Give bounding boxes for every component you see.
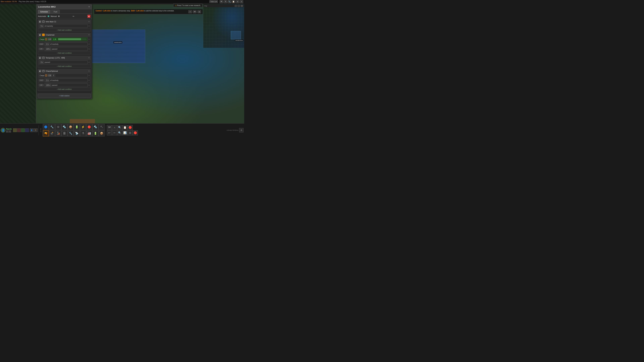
tab-schedule[interactable]: Schedule xyxy=(38,10,50,13)
hotbar-2-7[interactable]: ⚡ xyxy=(80,124,86,130)
hotbar-2-6[interactable]: 🔋 xyxy=(74,124,80,130)
condition-row-2-cargo: Cargo ≥ ▾ 1.2k × xyxy=(38,37,90,41)
map2-icon-btn[interactable]: 🗺 xyxy=(193,10,196,13)
tech-icon-btn[interactable]: ⚗ xyxy=(224,0,227,3)
station-close-btn-4[interactable]: × xyxy=(88,70,90,72)
hotbar-1-8[interactable]: 8🏭 xyxy=(86,130,92,136)
location-label: zaratoostra xyxy=(113,41,122,43)
condition-close-4-inact[interactable]: × xyxy=(88,79,90,81)
condition-close-4-passed[interactable]: × xyxy=(88,84,90,86)
station-header-crazieman: ▶ C Crazieman × xyxy=(38,33,90,37)
map-zoom-out-btn[interactable]: - xyxy=(238,5,240,7)
condition-or-tag-2: OR xyxy=(39,48,44,50)
station-close-btn-3[interactable]: × xyxy=(88,57,90,59)
hotbar-1-10[interactable]: 0📦 xyxy=(98,130,105,136)
settings-icon-btn[interactable]: ⚙ xyxy=(236,0,239,3)
nav-fwd-btn[interactable]: → xyxy=(9,130,11,133)
condition-box-2-inact: 2 s of inactivity xyxy=(44,42,88,46)
char-icon-btn[interactable]: 👤 xyxy=(30,128,34,132)
ammo-icon-btn[interactable] xyxy=(17,128,21,132)
blueprint-icon-btn[interactable]: 📋 xyxy=(232,0,235,3)
station-close-btn-1[interactable]: × xyxy=(88,20,90,23)
station-name-3: Temporary: [-273, -409] xyxy=(46,57,88,59)
hotbar-1-1[interactable]: 1🔫 xyxy=(43,130,49,136)
add-wait-btn-3[interactable]: + Add wait condition xyxy=(38,64,90,68)
mode-auto-radio[interactable] xyxy=(48,15,49,17)
map-zoom-in-btn[interactable]: + xyxy=(234,5,237,7)
hotbar-1-9[interactable]: 9🔋 xyxy=(92,130,98,136)
tab-fuel[interactable]: Fuel xyxy=(51,10,60,13)
hotbar-2-4[interactable]: 🔩 xyxy=(62,124,68,130)
hotbar-1-4[interactable]: 4🛤 xyxy=(62,130,68,136)
action-5[interactable]: 🔴 xyxy=(128,125,133,130)
map-icon-btn[interactable]: 🗺 xyxy=(220,0,223,3)
cargo-op-2[interactable]: ≥ ▾ xyxy=(48,38,51,40)
stop-train-btn[interactable]: ■ xyxy=(88,15,90,18)
action-9[interactable]: 📊 xyxy=(122,130,128,135)
condition-close-2-inact[interactable]: × xyxy=(88,43,90,45)
armor-icon-btn[interactable] xyxy=(21,128,25,132)
run-icon-btn[interactable]: 🏃 xyxy=(34,128,38,132)
hotbar-1-2[interactable]: 2💣 xyxy=(49,130,55,136)
action-2[interactable]: ⚔ xyxy=(112,125,117,130)
condition-row-4-passed: OR 120 s passed × xyxy=(38,83,90,87)
hotbar-2-1[interactable]: 🔵 xyxy=(43,124,49,130)
station-close-btn-2[interactable]: × xyxy=(88,34,90,36)
info-shift: Shift xyxy=(131,10,135,12)
station-expand-btn-1[interactable]: ▶ xyxy=(39,20,41,23)
cargo-op-4[interactable]: = ▾ xyxy=(48,74,52,77)
map-settings-btn[interactable]: ⚙ xyxy=(241,5,243,7)
mode-manual-radio[interactable] xyxy=(58,15,60,17)
condition-text-2-passed: passed xyxy=(52,48,57,50)
add-wait-btn-4[interactable]: + Add wait condition xyxy=(38,87,90,91)
add-station-btn[interactable]: + Add station xyxy=(38,94,91,98)
action-11[interactable]: 🔴 xyxy=(133,130,138,135)
hotbar-2-3[interactable]: ⚙ xyxy=(55,124,61,130)
action-3[interactable]: 🔍 xyxy=(117,125,122,130)
hotbar-1-3[interactable]: 3🚂 xyxy=(55,130,61,136)
condition-text-4-inact: of inactivity xyxy=(50,79,58,81)
pencil-icon-btn[interactable]: ✏ xyxy=(188,10,192,13)
hotbar-1-5[interactable]: 5🔧 xyxy=(68,130,74,136)
action-6[interactable]: ↩ xyxy=(107,130,112,135)
action-4[interactable]: 📋 xyxy=(122,125,128,130)
hotbar-1-7[interactable]: 7⚗ xyxy=(80,130,86,136)
station-crazieman: ▶ C Crazieman × Cargo ≥ ▾ 1.2k × AND xyxy=(38,33,91,55)
hotbar-2-8[interactable]: 🔴 xyxy=(86,124,92,130)
condition-close-2-cargo[interactable]: × xyxy=(88,38,90,40)
hotbar-2-9[interactable]: 🔩 xyxy=(92,124,98,130)
hotbar-1-6[interactable]: 6📡 xyxy=(74,130,80,136)
action-7[interactable]: ✂ xyxy=(112,130,117,135)
edit-schedule-btn[interactable]: ✏ xyxy=(72,15,74,17)
cargo-bar-2 xyxy=(58,38,87,40)
action-10[interactable]: ⊞ xyxy=(128,130,133,135)
minimap[interactable]: Map + - ⚙ zaratoostra xyxy=(203,4,244,48)
pause-icon-btn[interactable]: ⏸ xyxy=(240,0,243,3)
notification-bar: ⚠ Press T to start a new research. xyxy=(173,4,202,7)
equip-icon-btn[interactable] xyxy=(25,128,29,132)
condition-close-2-passed[interactable]: × xyxy=(88,48,90,50)
station-icon-2: C xyxy=(42,34,44,36)
todo-list-btn[interactable]: Todo List xyxy=(209,0,218,3)
hotbar-2-5[interactable]: 📦 xyxy=(68,124,74,130)
grid-icon-btn[interactable]: ⊞ xyxy=(198,10,201,13)
crafting-icon-btn[interactable]: 🔧 xyxy=(228,0,231,3)
condition-row-2-passed: OR 120 s passed × xyxy=(38,46,90,51)
add-wait-btn-2[interactable]: + Add wait condition xyxy=(38,51,90,55)
belt-icon-btn[interactable] xyxy=(13,128,17,132)
hotbar-2-2[interactable]: 🔧 xyxy=(49,124,55,130)
station-expand-btn-3[interactable]: ▶ xyxy=(39,57,41,59)
condition-close-1-1[interactable]: × xyxy=(88,25,90,27)
condition-close-3-passed[interactable]: × xyxy=(88,61,90,63)
station-expand-btn-4[interactable]: ▶ xyxy=(39,70,41,72)
condition-close-4-cargo[interactable]: × xyxy=(88,74,90,76)
action-8[interactable]: 🔍 xyxy=(117,130,122,135)
add-wait-btn-1[interactable]: + Add wait condition xyxy=(38,28,90,32)
game-settings-btn[interactable]: ⚙ xyxy=(239,128,244,132)
divider-1 xyxy=(38,125,39,135)
hotbar-2-10[interactable]: ⛏ xyxy=(98,124,105,130)
nav-back-btn[interactable]: ← xyxy=(6,130,8,133)
station-expand-btn-2[interactable]: ▶ xyxy=(39,34,41,36)
modal-close-btn[interactable]: × xyxy=(88,5,90,8)
action-1[interactable]: 🗺 xyxy=(107,125,112,130)
